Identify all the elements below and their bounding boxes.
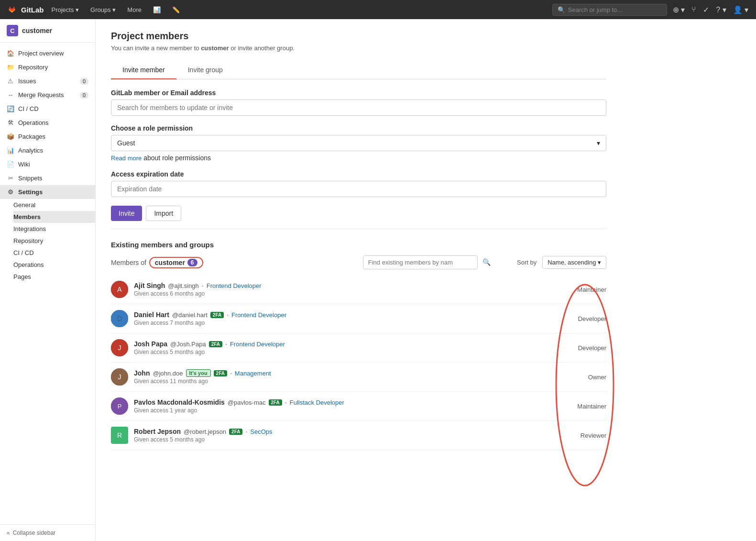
new-item-button[interactable]: ⊕ ▾	[671, 3, 687, 16]
mr-badge: 0	[80, 92, 88, 99]
sidebar-item-packages[interactable]: 📦 Packages	[0, 130, 95, 144]
svg-text:J: J	[118, 344, 121, 352]
sidebar-item-label: Operations	[18, 119, 49, 126]
member-name-row: John @john.doe It's you 2FA · Management	[134, 369, 563, 377]
search-icon: 🔍	[558, 6, 565, 13]
member-row: R Robert Jepson @robert.jepson 2FA · Sec…	[111, 421, 606, 450]
member-access-time: Given access 11 months ago	[134, 378, 563, 385]
collapse-icon: «	[7, 530, 10, 536]
sidebar-sub-label: Integrations	[13, 225, 46, 232]
sidebar-item-merge-requests[interactable]: ↔ Merge Requests 0	[0, 88, 95, 102]
sidebar-item-label: Settings	[18, 188, 43, 196]
member-email-input[interactable]	[111, 99, 606, 116]
sidebar-item-ci-cd[interactable]: 🔄 CI / CD	[0, 102, 95, 116]
nav-snippets-icon[interactable]: ✏️	[168, 4, 184, 15]
members-count-badge: 6	[187, 259, 197, 266]
role-suffix: about role permissions	[143, 154, 211, 162]
sidebar-sub-label: Repository	[13, 237, 43, 244]
tab-invite-member[interactable]: Invite member	[111, 61, 176, 79]
member-role-link[interactable]: Frontend Developer	[231, 311, 286, 319]
import-button[interactable]: Import	[146, 206, 181, 221]
member-access-time: Given access 6 months ago	[134, 290, 563, 297]
sidebar-sub-members[interactable]: Members	[13, 211, 95, 223]
sidebar-sub-general[interactable]: General	[13, 199, 95, 211]
main-content: Project members You can invite a new mem…	[96, 19, 622, 541]
member-role-link[interactable]: Management	[235, 370, 271, 377]
svg-text:D: D	[117, 315, 122, 322]
member-name: Daniel Hart	[134, 311, 169, 319]
nav-groups[interactable]: Groups ▾	[87, 4, 120, 15]
existing-members-section: Existing members and groups Members of c…	[111, 241, 606, 450]
read-more-link[interactable]: Read more	[111, 155, 142, 162]
member-row: P Pavlos Macdonald-Kosmidis @pavlos-mac …	[111, 392, 606, 421]
member-role-link[interactable]: Frontend Developer	[230, 341, 285, 348]
member-role-link[interactable]: Frontend Developer	[207, 282, 262, 289]
members-search-input[interactable]	[363, 255, 478, 269]
sidebar-item-snippets[interactable]: ✂ Snippets	[0, 171, 95, 185]
help-icon[interactable]: ? ▾	[714, 3, 728, 16]
member-role-link[interactable]: SecOps	[250, 428, 272, 435]
wiki-icon: 📄	[7, 161, 14, 168]
sidebar-sub-integrations[interactable]: Integrations	[13, 223, 95, 235]
sidebar-item-settings[interactable]: ⚙ Settings	[0, 185, 95, 199]
project-name: customer	[22, 27, 52, 34]
issues-icon: ⚠	[7, 77, 14, 85]
invite-button[interactable]: Invite	[111, 206, 142, 221]
avatar: J	[111, 368, 128, 386]
member-name: Pavlos Macdonald-Kosmidis	[134, 398, 225, 406]
role-select[interactable]: Guest ▾	[111, 135, 606, 151]
2fa-badge: 2FA	[209, 341, 222, 347]
member-row: J Josh Papa @Josh.Papa 2FA · Frontend De…	[111, 333, 606, 363]
sidebar-sub-cicd[interactable]: CI / CD	[13, 247, 95, 259]
svg-text:R: R	[117, 431, 122, 439]
nav-projects[interactable]: Projects ▾	[48, 4, 83, 15]
merge-requests-icon[interactable]: ⑂	[690, 3, 698, 16]
member-username: @john.doe	[153, 370, 183, 377]
todos-icon[interactable]: ✓	[701, 3, 711, 16]
sidebar-sub-pages[interactable]: Pages	[13, 271, 95, 283]
sidebar-sub-operations[interactable]: Operations	[13, 259, 95, 271]
gitlab-logo[interactable]: GitLab	[6, 3, 44, 16]
sidebar-item-wiki[interactable]: 📄 Wiki	[0, 157, 95, 171]
analytics-icon: 📊	[7, 147, 14, 154]
member-email-label: GitLab member or Email address	[111, 89, 606, 97]
expiry-input[interactable]	[111, 181, 606, 197]
page-title: Project members	[111, 31, 606, 42]
members-controls: Members of customer 6 🔍 Sort by Name, as…	[111, 255, 606, 269]
operations-icon: 🛠	[7, 119, 14, 126]
nav-more[interactable]: More	[123, 4, 145, 15]
project-header[interactable]: C customer	[0, 19, 95, 43]
member-name: Josh Papa	[134, 340, 167, 348]
sidebar-nav: 🏠 Project overview 📁 Repository ⚠ Issues…	[0, 43, 95, 524]
sidebar-item-label: Packages	[18, 133, 45, 140]
sidebar-item-repository[interactable]: 📁 Repository	[0, 60, 95, 74]
sidebar-item-project-overview[interactable]: 🏠 Project overview	[0, 46, 95, 60]
sidebar-sub-repository[interactable]: Repository	[13, 235, 95, 247]
nav-activity[interactable]: 📊	[149, 4, 164, 15]
member-role-link[interactable]: Fullstack Developer	[290, 399, 344, 406]
member-access-time: Given access 1 year ago	[134, 407, 563, 414]
member-row: J John @john.doe It's you 2FA · Manageme…	[111, 363, 606, 392]
member-info: Josh Papa @Josh.Papa 2FA · Frontend Deve…	[134, 340, 563, 355]
sidebar: C customer 🏠 Project overview 📁 Reposito…	[0, 19, 96, 541]
2fa-badge: 2FA	[214, 370, 227, 376]
sidebar-item-issues[interactable]: ⚠ Issues 0	[0, 74, 95, 88]
collapse-sidebar[interactable]: « Collapse sidebar	[0, 524, 95, 541]
app-layout: C customer 🏠 Project overview 📁 Reposito…	[0, 19, 756, 541]
sidebar-item-analytics[interactable]: 📊 Analytics	[0, 144, 95, 157]
sidebar-item-label: Merge Requests	[18, 91, 64, 99]
packages-icon: 📦	[7, 133, 14, 140]
user-avatar[interactable]: 👤 ▾	[731, 3, 750, 16]
sidebar-item-operations[interactable]: 🛠 Operations	[0, 116, 95, 130]
sidebar-item-label: Project overview	[18, 50, 64, 57]
form-actions: Invite Import	[111, 206, 606, 221]
tab-invite-group[interactable]: Invite group	[176, 61, 234, 79]
sort-select[interactable]: Name, ascending ▾	[542, 256, 606, 269]
role-value: Guest	[117, 139, 135, 147]
merge-icon: ↔	[7, 91, 14, 99]
member-role-badge: Owner	[563, 374, 606, 381]
members-list: A Ajit Singh @ajit.singh · Frontend Deve…	[111, 275, 606, 450]
member-email-section: GitLab member or Email address	[111, 89, 606, 116]
search-bar[interactable]: 🔍 Search or jump to...	[552, 4, 667, 16]
role-permission-section: Choose a role permission Guest ▾ Read mo…	[111, 124, 606, 162]
